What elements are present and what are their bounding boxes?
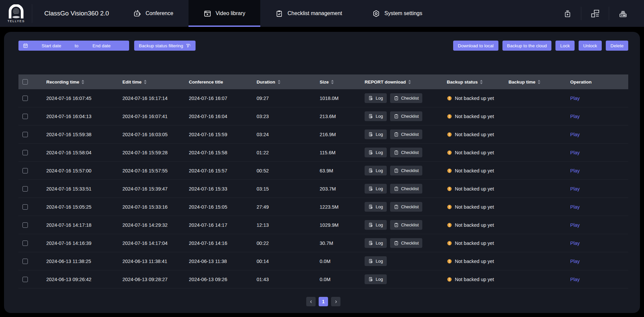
log-button[interactable]: Log [365,111,387,121]
backup-status-cell: Not backed up yet [447,114,508,119]
column-header-edit-time[interactable]: Edit time [122,80,189,85]
play-link[interactable]: Play [570,204,580,210]
play-link[interactable]: Play [570,222,580,228]
log-button-label: Log [376,150,383,155]
log-button[interactable]: Log [365,129,387,139]
chevron-left-icon [309,300,313,304]
checklist-button[interactable]: Checklist [390,129,423,139]
play-link[interactable]: Play [570,150,580,155]
backup-status-filter-button[interactable]: Backup status filtering [134,41,196,51]
size-cell: 0.0M [320,259,365,264]
row-checkbox[interactable] [22,241,28,246]
backup-status-text: Not backed up yet [455,96,494,101]
log-button[interactable]: Log [365,93,387,103]
recorder-device-button[interactable] [609,6,637,21]
report-download-cell: Log Checklist [365,148,447,157]
checklist-button[interactable]: Checklist [390,220,423,230]
checklist-button[interactable]: Checklist [390,202,423,212]
conference-camera-icon [133,10,141,17]
column-header-backup-time[interactable]: Backup time [508,80,570,85]
edit-time-cell: 2024-07-16 15:57:55 [122,168,189,173]
delete-button[interactable]: Delete [606,41,628,51]
play-link[interactable]: Play [570,132,580,137]
recording-time-cell: 2024-07-16 16:04:13 [46,114,122,119]
row-checkbox[interactable] [22,114,28,119]
lock-button[interactable]: Lock [555,41,575,51]
play-link[interactable]: Play [570,96,580,101]
checklist-button[interactable]: Checklist [390,93,423,103]
size-cell: 216.9M [320,132,365,137]
checklist-button-label: Checklist [401,150,419,155]
checklist-button-label: Checklist [401,132,419,137]
download-to-local-button[interactable]: Download to local [453,41,498,51]
play-link[interactable]: Play [570,186,580,192]
conference-title-cell: 2024-07-16 15:59 [189,132,257,137]
end-date-input[interactable]: End date [78,43,125,48]
table-row: 2024-07-16 16:04:13 2024-07-16 16:07:41 … [18,107,628,125]
select-all-checkbox[interactable] [22,79,28,85]
column-header-duration[interactable]: Duration [257,80,320,85]
tab-conference[interactable]: Conference [118,0,189,27]
play-link[interactable]: Play [570,277,580,282]
calendar-icon [23,43,28,48]
report-download-cell: Log [365,274,447,284]
checklist-button[interactable]: Checklist [390,111,423,121]
cast-live-button[interactable] [553,6,581,21]
warning-icon [447,204,452,210]
log-button[interactable]: Log [365,202,387,212]
row-select-cell [18,186,46,192]
next-page-button[interactable] [331,297,340,306]
brand-name: TELLYES [7,19,25,23]
log-button[interactable]: Log [365,184,387,194]
play-link[interactable]: Play [570,259,580,264]
date-range-picker[interactable]: Start date to End date [18,41,129,51]
app-header: TELLYES ClassGo Vision360 2.0 Conference [0,0,644,27]
chevron-right-icon [334,300,338,304]
start-date-input[interactable]: Start date [28,43,74,48]
recording-time-cell: 2024-07-16 15:33:51 [46,186,122,192]
column-header-size[interactable]: Size [320,80,365,85]
backup-status-cell: Not backed up yet [447,150,508,155]
layout-panels-button[interactable] [581,6,609,21]
row-checkbox[interactable] [22,277,28,282]
prev-page-button[interactable] [306,297,316,306]
row-checkbox[interactable] [22,222,28,228]
warning-icon [447,150,452,155]
tab-system-settings[interactable]: System settings [357,0,437,27]
play-link[interactable]: Play [570,114,580,119]
conference-title-cell: 2024-07-16 15:05 [189,204,257,210]
unlock-button[interactable]: Unlock [579,41,602,51]
log-file-icon [368,168,373,173]
log-button[interactable]: Log [365,274,387,284]
tab-label: Conference [146,10,173,16]
log-button-label: Log [376,186,383,191]
row-checkbox[interactable] [22,150,28,155]
log-button[interactable]: Log [365,220,387,230]
play-link[interactable]: Play [570,168,580,173]
log-button[interactable]: Log [365,238,387,248]
log-button[interactable]: Log [365,256,387,266]
checklist-button[interactable]: Checklist [390,166,423,175]
row-checkbox[interactable] [22,259,28,264]
tab-checklist-management[interactable]: Checklist management [260,0,357,27]
checklist-clipboard-icon [275,10,283,17]
column-header-backup-status[interactable]: Backup status [447,80,508,85]
checklist-button[interactable]: Checklist [390,148,423,157]
row-checkbox[interactable] [22,168,28,173]
column-header-recording-time[interactable]: Recording time [46,80,122,85]
log-button[interactable]: Log [365,166,387,175]
page-1-button[interactable]: 1 [319,297,328,306]
row-checkbox[interactable] [22,96,28,101]
checklist-button-label: Checklist [401,186,419,191]
tab-video-library[interactable]: Video library [189,0,261,27]
row-checkbox[interactable] [22,186,28,192]
checklist-button[interactable]: Checklist [390,238,423,248]
table-row: 2024-06-13 11:38:25 2024-06-13 11:38:41 … [18,252,628,270]
play-link[interactable]: Play [570,241,580,246]
row-checkbox[interactable] [22,132,28,137]
backup-to-cloud-button[interactable]: Backup to the cloud [502,41,552,51]
log-button[interactable]: Log [365,148,387,157]
checklist-button[interactable]: Checklist [390,184,423,194]
column-header-report-download[interactable]: REPORT download [365,80,447,85]
row-checkbox[interactable] [22,204,28,210]
